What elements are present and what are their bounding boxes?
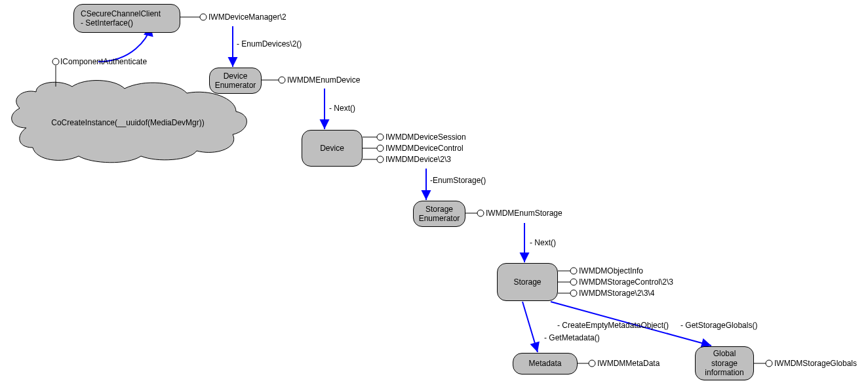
node-device: Device [302, 130, 363, 167]
cloud-cocreateinstance: CoCreateInstance(__uuidof(MediaDevMgr)) [26, 118, 229, 127]
svg-point-21 [589, 360, 595, 367]
edge-next1: - Next() [329, 104, 355, 113]
iface-iwmdmstorage: IWMDMStorage\2\3\4 [579, 289, 654, 298]
node-storage-enumerator: Storage Enumerator [413, 201, 465, 227]
svg-point-13 [477, 210, 484, 216]
iface-icomponentauthenticate: IComponentAuthenticate [60, 57, 147, 66]
iface-iwmdmenumdevice: IWMDMEnumDevice [287, 75, 360, 85]
edge-next2: - Next() [530, 238, 556, 247]
node-storage: Storage [497, 263, 558, 301]
iface-iwmdmdevicecontrol: IWMDMDeviceControl [385, 144, 464, 153]
svg-point-5 [279, 77, 285, 83]
svg-point-15 [570, 268, 577, 274]
iface-iwmdevicemanager: IWMDeviceManager\2 [208, 12, 286, 22]
svg-point-3 [200, 14, 207, 20]
svg-point-1 [52, 58, 59, 65]
iface-iwmdmdevicesession: IWMDMDeviceSession [385, 132, 466, 142]
node-secure-channel-client: CSecureChannelClient - SetInterface() [73, 4, 180, 33]
edge-createemptymetadata: - CreateEmptyMetadataObject() [557, 321, 669, 330]
svg-point-11 [377, 156, 384, 163]
svg-point-9 [377, 145, 384, 152]
svg-point-17 [570, 279, 577, 285]
svg-point-19 [570, 290, 577, 296]
iface-iwmdmstoragecontrol: IWMDMStorageControl\2\3 [579, 277, 673, 287]
edge-getstorageglobals: - GetStorageGlobals() [681, 321, 757, 330]
iface-iwmdmmetadata: IWMDMMetaData [597, 359, 660, 368]
iface-iwmdmdevice: IWMDMDevice\2\3 [385, 155, 451, 164]
edge-enumstorage: -EnumStorage() [430, 176, 486, 185]
svg-point-7 [377, 134, 384, 140]
iface-iwmdmenumstorage: IWMDMEnumStorage [486, 209, 562, 218]
svg-point-23 [766, 360, 772, 367]
node-global-storage-info: Global storage information [695, 346, 754, 380]
node-device-enumerator: Device Enumerator [209, 68, 262, 94]
iface-iwmdmobjectinfo: IWMDMObjectInfo [579, 266, 643, 275]
iface-iwmdmstorageglobals: IWMDMStorageGlobals [774, 359, 857, 368]
edge-getmetadata: - GetMetadata() [544, 333, 600, 342]
edge-enumdevices: - EnumDevices\2() [237, 39, 302, 49]
node-metadata: Metadata [513, 353, 578, 375]
